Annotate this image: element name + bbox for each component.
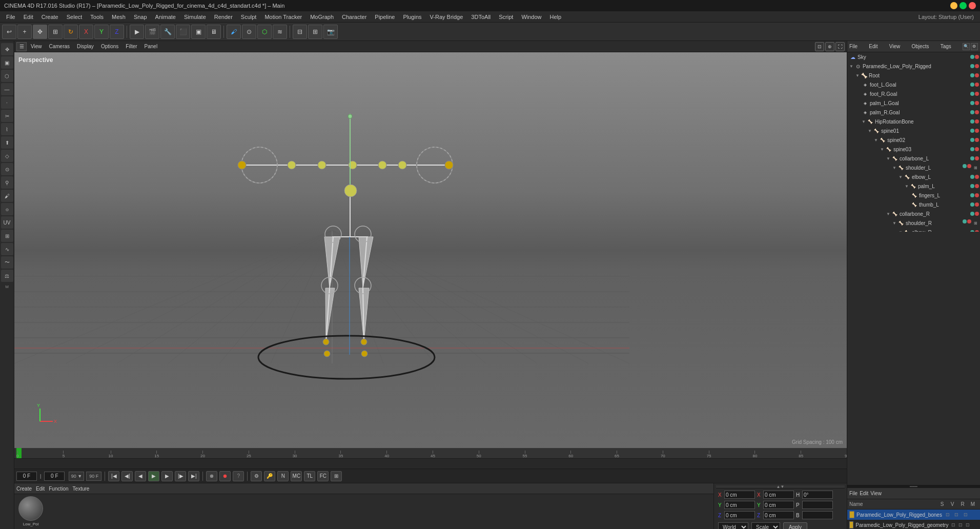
vp-fit-btn[interactable]: ⊡ xyxy=(815,42,824,51)
toolbar-render-preview[interactable]: ▶ xyxy=(130,25,144,39)
tool-move[interactable]: ✥ xyxy=(1,43,13,55)
transport-go-end[interactable]: ▶| xyxy=(188,471,199,481)
tool-loop-select[interactable]: ⊙ xyxy=(1,163,13,175)
obj-item-root[interactable]: ▼ 🦴 Root xyxy=(847,71,980,80)
tool-select[interactable]: ▣ xyxy=(1,56,13,69)
toolbar-deform[interactable]: ≋ xyxy=(273,25,287,39)
toolbar-scale[interactable]: ⊞ xyxy=(48,25,63,39)
mat-row-bones[interactable]: Paramedic_Low_Poly_Rigged_bones ⊡ ⊡ ⊡ xyxy=(847,510,980,520)
obj-item-fingersl[interactable]: 🦴 fingers_L xyxy=(847,191,980,200)
mat-view-menu[interactable]: View xyxy=(870,491,882,496)
minimize-button[interactable] xyxy=(950,2,957,9)
transport-step-forward[interactable]: ▶ xyxy=(161,471,173,481)
coord-y2-input[interactable] xyxy=(763,501,794,509)
maximize-button[interactable] xyxy=(959,2,967,9)
obj-item-palml2[interactable]: ▼ 🦴 palm_L xyxy=(847,181,980,191)
obj-objects-menu[interactable]: Objects xyxy=(912,44,929,49)
toolbar-render-active[interactable]: ▣ xyxy=(191,25,206,39)
obj-item-collarl[interactable]: ▼ 🦴 collarbone_L xyxy=(847,154,980,163)
transport-next-keyframe[interactable]: |▶ xyxy=(175,471,186,481)
toolbar-camera[interactable]: 📷 xyxy=(323,25,338,39)
bottom-edit-menu[interactable]: Edit xyxy=(36,486,45,492)
obj-item-collarr[interactable]: ▼ 🦴 collarbone_R xyxy=(847,209,980,218)
obj-item-footr[interactable]: ◈ foot_R.Goal xyxy=(847,89,980,98)
obj-item-spine03[interactable]: ▼ 🦴 spine03 xyxy=(847,145,980,154)
coord-z2-input[interactable] xyxy=(763,511,794,519)
transport-key[interactable]: 🔑 xyxy=(264,471,275,481)
vp-view-menu[interactable]: View xyxy=(28,43,45,50)
vp-panel-menu[interactable]: Panel xyxy=(141,43,161,50)
toolbar-rotate[interactable]: ↻ xyxy=(64,25,78,39)
toolbar-render-settings[interactable]: 🔧 xyxy=(160,25,175,39)
menu-plugins[interactable]: Plugins xyxy=(399,13,425,21)
menu-sculpt[interactable]: Sculpt xyxy=(237,13,261,21)
tool-soft-select[interactable]: ⌾ xyxy=(1,203,13,215)
transport-prev-keyframe[interactable]: ◀| xyxy=(121,471,133,481)
tool-uv[interactable]: UV xyxy=(1,216,13,229)
obj-item-palml[interactable]: ◈ palm_L.Goal xyxy=(847,98,980,108)
coord-x-input[interactable] xyxy=(724,491,755,499)
transport-play[interactable]: ▶ xyxy=(148,471,159,481)
toolbar-view-grid[interactable]: ⊞ xyxy=(308,25,322,39)
tool-knife[interactable]: ✂ xyxy=(1,110,13,122)
obj-search-icon[interactable]: 🔍 xyxy=(963,43,970,50)
menu-motion-tracker[interactable]: Motion Tracker xyxy=(260,13,306,21)
bottom-function-menu[interactable]: Function xyxy=(49,486,68,492)
menu-select[interactable]: Select xyxy=(63,13,87,21)
menu-file[interactable]: File xyxy=(2,13,19,21)
current-frame-input[interactable] xyxy=(16,472,37,481)
timeline-ruler[interactable]: 051015202530354045505560657075808590 xyxy=(14,448,847,458)
transport-step-back[interactable]: ◀ xyxy=(135,471,146,481)
menu-create[interactable]: Create xyxy=(37,13,63,21)
obj-tags-menu[interactable]: Tags xyxy=(941,44,951,49)
obj-item-elbowl[interactable]: ▼ 🦴 elbow_L xyxy=(847,172,980,181)
tool-bridge[interactable]: ⌇ xyxy=(1,123,13,135)
obj-dot-r[interactable] xyxy=(975,55,979,59)
toolbar-select-poly[interactable]: ⬡ xyxy=(257,25,272,39)
obj-item-spine01[interactable]: ▼ 🦴 spine01 xyxy=(847,126,980,135)
obj-item-spine02[interactable]: ▼ 🦴 spine02 xyxy=(847,135,980,145)
timeline-track[interactable] xyxy=(14,458,847,469)
mat-row-geometry[interactable]: Paramedic_Low_Poly_Rigged_geometry ⊡ ⊡ ⊡ xyxy=(847,520,980,529)
obj-file-menu[interactable]: File xyxy=(849,44,858,49)
transport-question[interactable]: ? xyxy=(233,471,244,481)
obj-item-shoulderl[interactable]: ▼ 🦴 shoulder_L ⊞ xyxy=(847,163,980,172)
close-button[interactable] xyxy=(969,2,976,9)
obj-dot-v[interactable] xyxy=(970,55,974,59)
coord-p-input[interactable] xyxy=(802,501,833,509)
tool-bevel[interactable]: ◇ xyxy=(1,150,13,162)
mat-file-menu[interactable]: File xyxy=(849,491,858,496)
obj-item-palmr[interactable]: ◈ palm_R.Goal xyxy=(847,108,980,117)
vp-cameras-menu[interactable]: Cameras xyxy=(46,43,73,50)
tool-point[interactable]: · xyxy=(1,96,13,109)
tool-texture[interactable]: ⊞ xyxy=(1,230,13,242)
obj-item-hip[interactable]: ▼ 🦴 HipRotationBone xyxy=(847,117,980,126)
menu-mesh[interactable]: Mesh xyxy=(108,13,130,21)
coord-x2-input[interactable] xyxy=(763,491,794,499)
transport-go-start[interactable]: |◀ xyxy=(108,471,119,481)
menu-mograph[interactable]: MoGraph xyxy=(306,13,338,21)
obj-item-elbowr[interactable]: ▼ 🦴 elbow_R xyxy=(847,228,980,232)
obj-item-paramedic[interactable]: ▼ ⊙ Paramedic_Low_Poly_Rigged xyxy=(847,62,980,71)
transport-f-curve[interactable]: FC xyxy=(317,471,329,481)
coord-y-input[interactable] xyxy=(724,501,755,509)
tool-spline[interactable]: ∿ xyxy=(1,243,13,255)
menu-vray[interactable]: V-Ray Bridge xyxy=(426,13,467,21)
toolbar-render-viewport[interactable]: 🖥 xyxy=(207,25,221,39)
tool-weight[interactable]: ⚖ xyxy=(1,270,13,282)
bottom-texture-menu[interactable]: Texture xyxy=(73,486,90,492)
menu-simulate[interactable]: Simulate xyxy=(180,13,210,21)
vp-options-menu[interactable]: Options xyxy=(98,43,121,50)
menu-snap[interactable]: Snap xyxy=(130,13,151,21)
coord-b-input[interactable] xyxy=(802,511,833,519)
obj-item-shoulderr[interactable]: ▼ 🦴 shoulder_R ⊞ xyxy=(847,218,980,228)
3d-viewport[interactable]: Perspective Grid Spacing : 100 cm X Y xyxy=(14,52,847,448)
mat-edit-menu[interactable]: Edit xyxy=(860,491,868,496)
coord-world-select[interactable]: World Object xyxy=(718,522,748,529)
menu-character[interactable]: Character xyxy=(338,13,371,21)
toolbar-y[interactable]: Y xyxy=(94,25,109,39)
obj-root-dot-v[interactable] xyxy=(970,73,974,77)
menu-edit[interactable]: Edit xyxy=(19,13,37,21)
vp-display-menu[interactable]: Display xyxy=(74,43,97,50)
obj-item-sky[interactable]: ☁ Sky xyxy=(847,52,980,62)
